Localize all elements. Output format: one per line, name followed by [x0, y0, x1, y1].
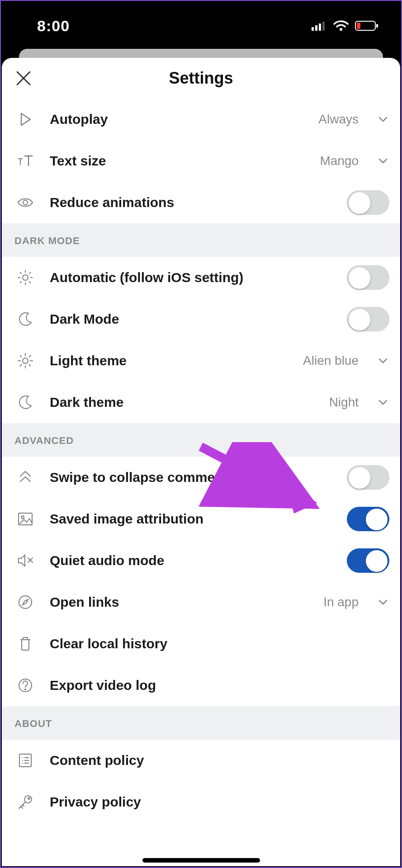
row-clear-local-history[interactable]: Clear local history [2, 623, 400, 665]
status-icons [312, 20, 378, 31]
row-content-policy[interactable]: Content policy [2, 740, 400, 781]
close-icon [14, 69, 33, 87]
toggle-reduce-animations[interactable] [347, 190, 389, 215]
row-autoplay[interactable]: Autoplay Always [2, 99, 400, 140]
row-quiet-audio-mode[interactable]: Quiet audio mode [2, 540, 400, 581]
toggle-dark-mode[interactable] [347, 307, 389, 331]
svg-rect-7 [357, 23, 360, 29]
status-bar: 8:00 [1, 1, 401, 51]
chevron-down-icon [377, 396, 389, 409]
svg-point-4 [340, 28, 342, 31]
svg-point-8 [23, 200, 28, 205]
moon-icon [18, 395, 33, 410]
text-size-icon [17, 154, 33, 168]
row-export-video-log[interactable]: Export video log [2, 665, 400, 706]
row-label: Saved image attribution [50, 511, 332, 527]
row-swipe-collapse[interactable]: Swipe to collapse comments [2, 457, 400, 498]
row-label: Dark Mode [50, 311, 332, 327]
key-icon [17, 794, 33, 810]
home-indicator [142, 858, 260, 863]
section-header-darkmode: DARK MODE [2, 223, 400, 257]
svg-point-10 [23, 358, 28, 363]
row-label: Reduce animations [50, 195, 332, 210]
row-privacy-policy[interactable]: Privacy policy [2, 781, 400, 823]
chevron-down-icon [377, 354, 389, 367]
chevron-down-icon [377, 113, 389, 126]
toggle-automatic[interactable] [347, 265, 389, 290]
row-label: Export video log [50, 678, 389, 693]
trash-icon [19, 636, 32, 651]
toggle-saved-image-attribution[interactable] [347, 507, 389, 531]
svg-rect-6 [376, 24, 378, 28]
toggle-quiet-audio[interactable] [347, 548, 389, 573]
row-label: Autoplay [50, 112, 304, 127]
svg-point-9 [23, 275, 28, 280]
row-dark-theme[interactable]: Dark theme Night [2, 382, 400, 423]
row-light-theme[interactable]: Light theme Alien blue [2, 340, 400, 382]
svg-point-15 [24, 689, 26, 690]
row-label: Privacy policy [50, 794, 389, 810]
row-label: Open links [50, 594, 309, 610]
row-label: Light theme [50, 353, 288, 368]
chevron-down-icon [377, 596, 389, 609]
section-header-about: ABOUT [2, 706, 400, 740]
row-label: Content policy [50, 753, 389, 768]
gear-icon [17, 269, 33, 286]
row-value: Alien blue [303, 354, 359, 368]
collapse-icon [18, 470, 33, 485]
row-value: In app [323, 595, 359, 609]
eye-icon [17, 197, 33, 208]
row-text-size[interactable]: Text size Mango [2, 140, 400, 182]
row-label: Automatic (follow iOS setting) [50, 270, 332, 285]
row-reduce-animations[interactable]: Reduce animations [2, 182, 400, 223]
row-value: Night [329, 395, 359, 410]
cellular-icon [312, 21, 327, 31]
wifi-icon [333, 20, 349, 31]
row-label: Dark theme [50, 395, 315, 410]
header: Settings [2, 58, 400, 99]
row-value: Mango [320, 154, 359, 168]
row-open-links[interactable]: Open links In app [2, 581, 400, 623]
svg-rect-0 [312, 27, 314, 31]
close-button[interactable] [13, 67, 34, 89]
speaker-mute-icon [17, 554, 33, 567]
toggle-swipe-collapse[interactable] [347, 465, 389, 490]
sun-icon [17, 353, 33, 369]
help-icon [18, 678, 33, 693]
page-title: Settings [2, 69, 400, 88]
row-label: Swipe to collapse comments [50, 470, 332, 485]
battery-icon [355, 20, 378, 31]
settings-sheet: Settings Autoplay Always Text size Mango [2, 58, 400, 866]
compass-icon [18, 594, 33, 610]
svg-rect-1 [315, 25, 317, 31]
svg-point-12 [21, 516, 24, 519]
moon-icon [18, 311, 33, 327]
image-icon [18, 512, 33, 526]
section-header-advanced: ADVANCED [2, 423, 400, 457]
chevron-down-icon [377, 155, 389, 167]
row-automatic-ios[interactable]: Automatic (follow iOS setting) [2, 257, 400, 298]
row-value: Always [318, 112, 359, 127]
row-saved-image-attribution[interactable]: Saved image attribution [2, 498, 400, 540]
row-label: Text size [50, 153, 305, 169]
row-dark-mode[interactable]: Dark Mode [2, 298, 400, 340]
row-label: Clear local history [50, 636, 389, 651]
row-label: Quiet audio mode [50, 553, 332, 568]
status-time: 8:00 [37, 17, 70, 35]
svg-rect-2 [319, 24, 321, 31]
document-list-icon [18, 753, 33, 768]
svg-point-18 [28, 797, 30, 799]
svg-rect-3 [322, 22, 325, 31]
svg-point-13 [19, 596, 32, 609]
play-icon [18, 112, 33, 127]
